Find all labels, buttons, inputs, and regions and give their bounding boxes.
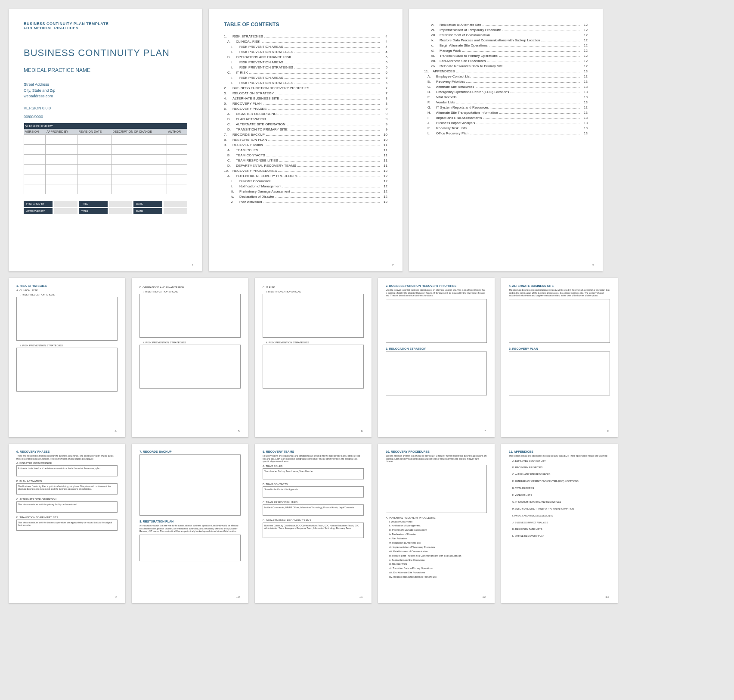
practice-name: MEDICAL PRACTICE NAME (24, 67, 187, 73)
document-title: BUSINESS CONTINUITY PLAN (24, 47, 187, 59)
template-header-1: BUSINESS CONTINUITY PLAN TEMPLATE (24, 22, 187, 26)
input-box[interactable] (139, 535, 241, 561)
appendix-list: A. EMPLOYEE CONTACT LISTB. RECOVERY PRIO… (509, 459, 610, 539)
page-6: C. IT RISK i. RISK PREVENTION AREAS ii. … (255, 278, 372, 437)
page-10: 7. RECORDS BACKUP 8. RESTORATION PLAN Al… (132, 444, 248, 603)
input-box[interactable] (16, 297, 118, 341)
input-box[interactable] (386, 299, 487, 343)
page-3: vi.Relocation to Alternate Site12vii.Imp… (409, 9, 603, 271)
template-header-2: FOR MEDICAL PRACTICES (24, 26, 187, 30)
toc-list-1: 1.RISK STRATEGIES4A.CLINICAL RISK4i.RISK… (224, 34, 387, 204)
input-box[interactable] (263, 294, 364, 338)
procedure-list: i. Disaster Occurrenceii. Notification o… (386, 520, 487, 579)
page-11: 9. RECOVERY TEAMS Recovery teams are est… (255, 444, 372, 603)
page-4: 1. RISK STRATEGIES A. CLINICAL RISK i. R… (9, 278, 125, 437)
input-box[interactable] (139, 294, 241, 338)
input-box[interactable]: Incident Commander, HR/PR Officer, Infor… (263, 504, 364, 516)
input-box[interactable]: Team Leader, Backup Team Leader, Team Me… (263, 468, 364, 479)
page-2: TABLE OF CONTENTS 1.RISK STRATEGIES4A.CL… (209, 9, 403, 271)
input-box[interactable]: The Business Continuity Plan is put into… (16, 483, 118, 495)
date-label: 00/00/0000 (24, 115, 187, 119)
page-9: 6. RECOVERY PHASES These are the activit… (9, 444, 125, 603)
page-5: B. OPERATIONS AND FINANCE RISK i. RISK P… (132, 278, 248, 437)
toc-title: TABLE OF CONTENTS (224, 22, 387, 28)
prepared-by-row: PREPARED BYTITLEDATE (24, 201, 187, 207)
page-1: BUSINESS CONTINUITY PLAN TEMPLATE FOR ME… (9, 9, 202, 271)
input-box[interactable] (16, 348, 118, 392)
input-box[interactable]: A disaster is declared, and decisions ar… (16, 465, 118, 476)
page-12: 10. RECOVERY PROCEDURES Specific activit… (378, 444, 495, 603)
input-box[interactable]: Business Continuity Coordinator, EOC Com… (263, 523, 364, 538)
input-box[interactable] (139, 454, 241, 516)
input-box[interactable] (386, 352, 487, 395)
input-box[interactable] (139, 345, 241, 389)
input-box[interactable] (509, 299, 610, 343)
version-label: VERSION 0.0.0 (24, 106, 187, 110)
input-box[interactable] (263, 345, 364, 389)
address-block: Street Address City, State and Zip webad… (24, 82, 187, 100)
input-box[interactable]: Stored in the Contact List Appendix (263, 486, 364, 498)
toc-list-2: vi.Relocation to Alternate Site12vii.Imp… (424, 22, 588, 135)
input-box[interactable] (509, 352, 610, 395)
input-box[interactable] (386, 465, 487, 513)
input-box[interactable]: This phase continues until the primary f… (16, 501, 118, 513)
input-box[interactable]: This phase continues until the business … (16, 520, 118, 531)
page-8: 4. ALTERNATE BUSINESS SITE The alternate… (501, 278, 618, 437)
version-history-table: VERSION HISTORY VERSIONAPPROVED BYREVISI… (24, 123, 187, 194)
approved-by-row: APPROVED BYTITLEDATE (24, 208, 187, 214)
page-13: 11. APPENDICES This section lists all th… (501, 444, 618, 603)
page-7: 2. BUSINESS FUNCTION RECOVERY PRIORITIES… (378, 278, 495, 437)
